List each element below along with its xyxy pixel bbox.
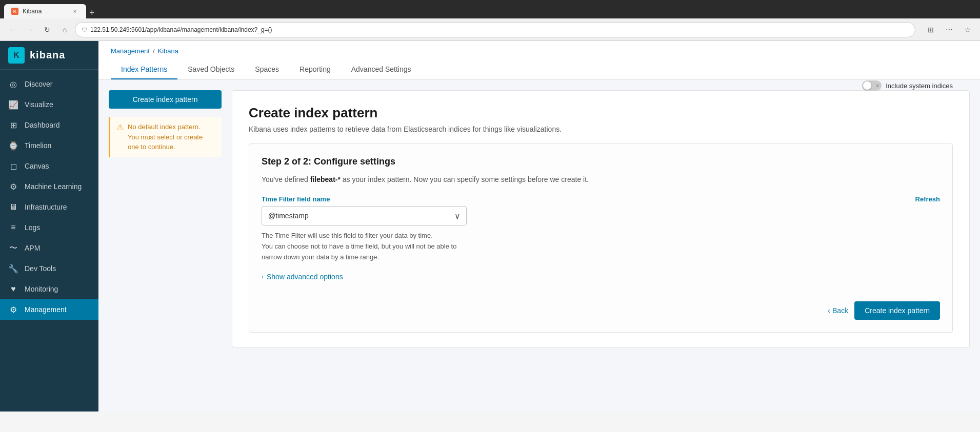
help-line3: narrow down your data by a time range. xyxy=(262,253,379,261)
sidebar-item-logs[interactable]: ≡ Logs xyxy=(0,217,98,238)
warning-body: You must select or create one to continu… xyxy=(128,133,203,151)
warning-icon: ⚠ xyxy=(116,122,124,132)
create-index-pattern-sidebar-button[interactable]: Create index pattern xyxy=(109,90,222,109)
sidebar-item-canvas[interactable]: ◻ Canvas xyxy=(0,156,98,176)
tab-saved-objects[interactable]: Saved Objects xyxy=(177,60,245,79)
help-text: The Time Filter will use this field to f… xyxy=(262,231,940,262)
sidebar-item-dashboard[interactable]: ⊞ Dashboard xyxy=(0,115,98,135)
toolbar-actions: ⊞ ⋯ ☆ xyxy=(924,23,975,37)
help-line1: The Time Filter will use this field to f… xyxy=(262,232,433,239)
app-container: K kibana ◎ Discover 📈 Visualize ⊞ Dashbo… xyxy=(0,41,980,412)
warning-title: No default index pattern. xyxy=(128,123,201,131)
breadcrumb-separator: / xyxy=(153,47,155,55)
sidebar-item-timelion[interactable]: ⌚ Timelion xyxy=(0,135,98,156)
machine-learning-icon: ⚙ xyxy=(8,181,18,192)
sidebar-item-label-visualize: Visualize xyxy=(25,100,53,109)
browser-tabs: K Kibana × + xyxy=(0,0,980,18)
address-bar[interactable]: 🛡 122.51.50.249:5601/app/kibana#/managem… xyxy=(75,22,915,37)
sidebar-item-label-management: Management xyxy=(25,305,67,314)
toggle-switch[interactable]: ✕ xyxy=(862,80,882,91)
left-panel: Create index pattern ⚠ No default index … xyxy=(109,90,222,347)
discover-icon: ◎ xyxy=(8,79,18,89)
timelion-icon: ⌚ xyxy=(8,140,18,151)
back-label: Back xyxy=(832,306,848,315)
time-filter-select[interactable]: @timestamp xyxy=(262,206,467,225)
breadcrumb-kibana[interactable]: Kibana xyxy=(158,47,178,55)
kibana-logo-icon: K xyxy=(8,47,25,64)
show-advanced-options-link[interactable]: › Show advanced options xyxy=(262,273,940,281)
security-icon: 🛡 xyxy=(82,27,87,33)
home-button[interactable]: ⌂ xyxy=(57,23,72,37)
sidebar-item-label-timelion: Timelion xyxy=(25,141,51,150)
warning-box: ⚠ No default index pattern. You must sel… xyxy=(109,117,222,157)
bookmark-button[interactable]: ☆ xyxy=(961,23,975,37)
main-content: Management / Kibana Index Patterns Saved… xyxy=(98,41,980,412)
sidebar-item-visualize[interactable]: 📈 Visualize xyxy=(0,94,98,115)
active-tab: K Kibana × xyxy=(4,4,86,18)
include-system-toggle[interactable]: ✕ Include system indices xyxy=(862,80,953,91)
management-tabs: Index Patterns Saved Objects Spaces Repo… xyxy=(111,60,968,79)
create-index-pattern-button[interactable]: Create index pattern xyxy=(854,301,940,320)
help-line2: You can choose not to have a time field,… xyxy=(262,242,456,250)
step-description: You've defined filebeat-* as your index … xyxy=(262,174,940,185)
menu-button[interactable]: ⋯ xyxy=(942,23,956,37)
infrastructure-icon: 🖥 xyxy=(8,202,18,212)
kibana-logo-text: kibana xyxy=(30,49,65,61)
browser-toolbar: ← → ↻ ⌂ 🛡 122.51.50.249:5601/app/kibana#… xyxy=(0,18,980,41)
logs-icon: ≡ xyxy=(8,222,18,233)
right-panel: ✕ Include system indices Create index pa… xyxy=(232,90,970,347)
sidebar-item-label-dev-tools: Dev Tools xyxy=(25,264,56,273)
tab-close-button[interactable]: × xyxy=(71,7,79,15)
chevron-right-icon: › xyxy=(262,273,264,280)
breadcrumb-management[interactable]: Management xyxy=(111,47,150,55)
sidebar-item-label-machine-learning: Machine Learning xyxy=(25,182,82,191)
dev-tools-icon: 🔧 xyxy=(8,263,18,274)
extensions-button[interactable]: ⊞ xyxy=(924,23,938,37)
tab-spaces[interactable]: Spaces xyxy=(245,60,289,79)
include-system-label: Include system indices xyxy=(886,82,953,90)
sidebar-item-discover[interactable]: ◎ Discover xyxy=(0,74,98,94)
content-area: Create index pattern ⚠ No default index … xyxy=(98,80,980,358)
back-button[interactable]: ‹ Back xyxy=(828,306,848,315)
step-title: Step 2 of 2: Configure settings xyxy=(262,156,940,167)
canvas-icon: ◻ xyxy=(8,161,18,171)
apm-icon: 〜 xyxy=(8,243,18,253)
monitoring-icon: ♥ xyxy=(8,284,18,294)
step-footer: ‹ Back Create index pattern xyxy=(262,293,940,320)
refresh-link[interactable]: Refresh xyxy=(915,195,940,203)
step-section: Step 2 of 2: Configure settings You've d… xyxy=(249,143,953,333)
tab-favicon: K xyxy=(11,8,18,15)
tab-index-patterns[interactable]: Index Patterns xyxy=(111,60,177,79)
sidebar-nav: ◎ Discover 📈 Visualize ⊞ Dashboard ⌚ Tim… xyxy=(0,70,98,412)
sidebar-item-dev-tools[interactable]: 🔧 Dev Tools xyxy=(0,258,98,279)
toggle-knob xyxy=(863,81,871,90)
new-tab-button[interactable]: + xyxy=(89,8,95,18)
back-chevron-icon: ‹ xyxy=(828,306,830,315)
sidebar-item-label-dashboard: Dashboard xyxy=(25,121,60,129)
sidebar: K kibana ◎ Discover 📈 Visualize ⊞ Dashbo… xyxy=(0,41,98,412)
sidebar-item-apm[interactable]: 〜 APM xyxy=(0,238,98,258)
forward-button[interactable]: → xyxy=(23,23,37,37)
tab-reporting[interactable]: Reporting xyxy=(289,60,341,79)
tab-advanced-settings[interactable]: Advanced Settings xyxy=(341,60,422,79)
tab-title: Kibana xyxy=(23,8,42,15)
sidebar-item-infrastructure[interactable]: 🖥 Infrastructure xyxy=(0,197,98,217)
refresh-button[interactable]: ↻ xyxy=(40,23,54,37)
back-button[interactable]: ← xyxy=(5,23,19,37)
sidebar-item-management[interactable]: ⚙ Management xyxy=(0,299,98,320)
page-subtitle: Kibana uses index patterns to retrieve d… xyxy=(249,125,953,133)
sidebar-item-label-logs: Logs xyxy=(25,223,40,232)
sidebar-item-machine-learning[interactable]: ⚙ Machine Learning xyxy=(0,176,98,197)
step-desc-suffix: as your index pattern. Now you can speci… xyxy=(341,175,589,183)
breadcrumb: Management / Kibana xyxy=(111,41,968,55)
sidebar-item-monitoring[interactable]: ♥ Monitoring xyxy=(0,279,98,299)
management-icon: ⚙ xyxy=(8,304,18,315)
select-wrapper: @timestamp ∨ xyxy=(262,206,467,225)
sidebar-item-label-monitoring: Monitoring xyxy=(25,285,58,293)
time-filter-field-label: Time Filter field name xyxy=(262,195,330,203)
visualize-icon: 📈 xyxy=(8,99,18,110)
warning-text: No default index pattern. You must selec… xyxy=(128,122,215,152)
page-title: Create index pattern xyxy=(249,105,953,121)
management-header: Management / Kibana Index Patterns Saved… xyxy=(98,41,980,80)
sidebar-item-label-apm: APM xyxy=(25,244,40,252)
